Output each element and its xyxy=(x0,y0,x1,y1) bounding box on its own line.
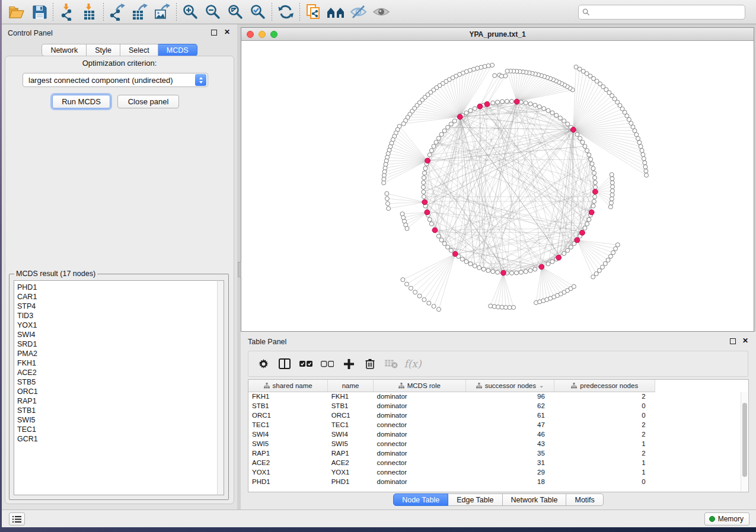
float-table-panel-icon[interactable] xyxy=(730,338,736,344)
graph-satellite-node[interactable] xyxy=(492,305,496,309)
table-row[interactable]: TEC1TEC1connector472 xyxy=(248,420,748,430)
graph-hub-node[interactable] xyxy=(457,114,462,120)
graph-ring-node[interactable] xyxy=(429,222,433,226)
graph-satellite-node[interactable] xyxy=(591,275,595,279)
column-view-icon[interactable] xyxy=(276,355,294,373)
graph-hub-node[interactable] xyxy=(452,251,458,257)
graph-hub-node[interactable] xyxy=(422,200,428,205)
graph-ring-node[interactable] xyxy=(585,222,589,226)
graph-hub-node[interactable] xyxy=(477,104,483,109)
graph-ring-node[interactable] xyxy=(468,108,473,113)
graph-satellite-node[interactable] xyxy=(490,63,495,68)
table-row[interactable]: FKH1FKH1dominator962 xyxy=(248,392,748,401)
mcds-result-item[interactable]: STB5 xyxy=(17,377,224,387)
graph-satellite-node[interactable] xyxy=(634,133,639,137)
graph-satellite-node[interactable] xyxy=(500,305,504,309)
graph-ring-node[interactable] xyxy=(491,270,495,274)
graph-satellite-node[interactable] xyxy=(413,290,417,294)
import-table-icon[interactable] xyxy=(78,2,101,22)
graph-ring-node[interactable] xyxy=(524,270,528,274)
graph-satellite-node[interactable] xyxy=(608,205,613,209)
graph-ring-node[interactable] xyxy=(481,267,486,271)
graph-satellite-node[interactable] xyxy=(594,272,598,276)
graph-ring-node[interactable] xyxy=(422,176,426,180)
graph-ring-node[interactable] xyxy=(436,136,441,140)
graph-ring-node[interactable] xyxy=(593,176,597,180)
memory-button[interactable]: Memory xyxy=(704,512,749,525)
graph-ring-node[interactable] xyxy=(546,262,550,266)
graph-ring-node[interactable] xyxy=(524,101,528,105)
graph-satellite-node[interactable] xyxy=(405,282,409,286)
graph-ring-node[interactable] xyxy=(569,245,573,249)
tab-mcds[interactable]: MCDS xyxy=(158,44,197,56)
task-history-button[interactable] xyxy=(9,512,25,525)
search-box[interactable] xyxy=(578,5,745,20)
column-header-MCDS-role[interactable]: MCDS role xyxy=(374,380,466,392)
graph-ring-node[interactable] xyxy=(428,217,432,222)
column-header-successor-nodes[interactable]: successor nodes⌄ xyxy=(465,380,554,392)
graph-satellite-node[interactable] xyxy=(608,254,613,258)
table-tab-motifs[interactable]: Motifs xyxy=(566,493,603,506)
graph-satellite-node[interactable] xyxy=(422,297,426,302)
graph-hub-node[interactable] xyxy=(589,210,594,215)
graph-ring-node[interactable] xyxy=(589,157,593,161)
graph-ring-node[interactable] xyxy=(464,259,468,264)
graph-ring-node[interactable] xyxy=(537,105,541,109)
graph-ring-node[interactable] xyxy=(496,100,500,104)
graph-satellite-node[interactable] xyxy=(385,191,389,196)
graph-satellite-node[interactable] xyxy=(427,301,431,305)
graph-hub-node[interactable] xyxy=(425,158,430,164)
graph-satellite-node[interactable] xyxy=(503,74,508,78)
graph-satellite-node[interactable] xyxy=(504,305,508,309)
graph-satellite-node[interactable] xyxy=(512,305,516,309)
mcds-result-item[interactable]: CAR1 xyxy=(17,292,224,302)
export-network-icon[interactable] xyxy=(106,2,129,22)
graph-satellite-node[interactable] xyxy=(644,169,648,173)
graph-ring-node[interactable] xyxy=(422,181,426,185)
graph-satellite-node[interactable] xyxy=(637,140,642,145)
table-row[interactable]: SWI5SWI5connector431 xyxy=(248,439,748,448)
graph-ring-node[interactable] xyxy=(428,153,432,157)
graph-satellite-node[interactable] xyxy=(606,258,610,262)
graph-ring-node[interactable] xyxy=(550,111,554,115)
column-header-predecessor-nodes[interactable]: predecessor nodes xyxy=(554,380,655,392)
graph-hub-node[interactable] xyxy=(514,99,519,104)
table-scrollbar[interactable] xyxy=(741,392,748,491)
mcds-result-item[interactable]: TID3 xyxy=(17,311,224,321)
delete-column-icon[interactable] xyxy=(361,355,379,373)
close-panel-icon[interactable]: ✕ xyxy=(224,28,230,36)
graph-satellite-node[interactable] xyxy=(572,284,576,289)
graph-satellite-node[interactable] xyxy=(643,165,647,169)
graph-satellite-node[interactable] xyxy=(382,181,386,185)
zoom-fit-icon[interactable] xyxy=(224,2,247,22)
graph-satellite-node[interactable] xyxy=(639,145,643,149)
graph-satellite-node[interactable] xyxy=(610,201,614,205)
graph-ring-node[interactable] xyxy=(446,245,450,249)
float-panel-icon[interactable] xyxy=(211,30,217,36)
graph-ring-node[interactable] xyxy=(446,125,450,129)
mcds-result-list[interactable]: PHD1CAR1STP4TID3YOX1SWI4SRD1PMA2FKH1ACE2… xyxy=(14,280,224,495)
graph-ring-node[interactable] xyxy=(562,119,566,123)
graph-satellite-node[interactable] xyxy=(643,161,647,165)
graph-satellite-node[interactable] xyxy=(496,305,500,309)
graph-satellite-node[interactable] xyxy=(385,197,389,201)
table-row[interactable]: YOX1YOX1connector291 xyxy=(248,467,748,477)
graph-ring-node[interactable] xyxy=(562,251,566,255)
graph-satellite-node[interactable] xyxy=(437,307,441,312)
graph-satellite-node[interactable] xyxy=(645,173,649,177)
graph-ring-node[interactable] xyxy=(423,171,427,175)
export-table-icon[interactable] xyxy=(129,2,151,22)
graph-ring-node[interactable] xyxy=(442,242,446,246)
tab-style[interactable]: Style xyxy=(87,44,120,56)
graph-ring-node[interactable] xyxy=(546,108,550,113)
graph-satellite-node[interactable] xyxy=(401,278,405,282)
graph-hub-node[interactable] xyxy=(575,238,580,243)
graph-satellite-node[interactable] xyxy=(601,265,605,269)
graph-ring-node[interactable] xyxy=(442,129,446,133)
graph-ring-node[interactable] xyxy=(439,238,444,242)
graph-hub-node[interactable] xyxy=(570,127,576,133)
table-tab-network-table[interactable]: Network Table xyxy=(503,493,567,506)
graph-ring-node[interactable] xyxy=(578,136,582,140)
search-input[interactable] xyxy=(592,8,741,16)
import-network-icon[interactable] xyxy=(56,2,78,22)
